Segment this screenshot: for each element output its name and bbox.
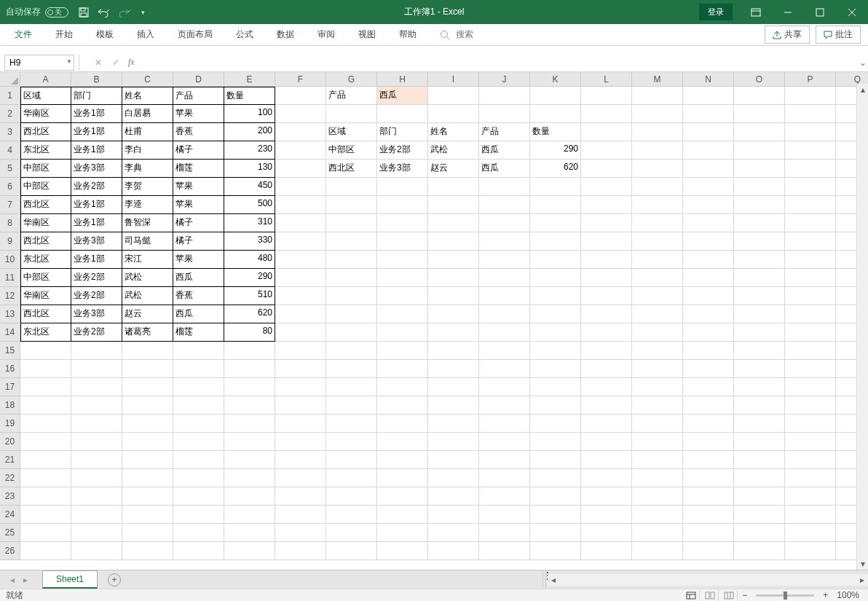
row-header-1[interactable]: 1	[0, 87, 20, 105]
ribbon-tab-帮助[interactable]: 帮助	[398, 24, 418, 45]
undo-button[interactable]	[98, 7, 111, 17]
cell-M26[interactable]	[632, 542, 683, 560]
cell-E23[interactable]	[224, 487, 275, 506]
row-header-18[interactable]: 18	[0, 396, 20, 415]
cell-K1[interactable]	[530, 87, 581, 105]
cell-A21[interactable]	[20, 451, 71, 469]
cell-J24[interactable]	[479, 506, 530, 524]
cell-I22[interactable]	[428, 469, 479, 487]
cell-O14[interactable]	[734, 323, 785, 342]
zoom-slider[interactable]	[756, 594, 814, 597]
cell-H19[interactable]	[377, 415, 428, 433]
cell-F18[interactable]	[275, 396, 326, 415]
scroll-down-icon[interactable]: ▾	[857, 558, 868, 570]
cell-M21[interactable]	[632, 451, 683, 469]
cell-M24[interactable]	[632, 506, 683, 524]
cell-G21[interactable]	[326, 451, 377, 469]
cell-O26[interactable]	[734, 542, 785, 560]
cell-H6[interactable]	[377, 178, 428, 196]
column-header-P[interactable]: P	[785, 72, 836, 87]
cell-I19[interactable]	[428, 415, 479, 433]
cell-O21[interactable]	[734, 451, 785, 469]
fx-icon[interactable]: fx	[128, 57, 135, 68]
cell-I7[interactable]	[428, 196, 479, 214]
cell-C15[interactable]	[122, 342, 173, 360]
cell-C25[interactable]	[122, 524, 173, 542]
cell-E1[interactable]: 数量	[224, 87, 275, 105]
cell-F5[interactable]	[275, 160, 326, 178]
cell-O10[interactable]	[734, 251, 785, 269]
cell-K5[interactable]: 620	[530, 160, 581, 178]
cell-B4[interactable]: 业务1部	[71, 141, 122, 160]
cell-N5[interactable]	[683, 160, 734, 178]
cell-B24[interactable]	[71, 506, 122, 524]
cell-M9[interactable]	[632, 232, 683, 251]
cell-N13[interactable]	[683, 305, 734, 323]
cell-C3[interactable]: 杜甫	[122, 123, 173, 141]
cell-B20[interactable]	[71, 433, 122, 451]
cell-E8[interactable]: 310	[224, 214, 275, 232]
cell-L8[interactable]	[581, 214, 632, 232]
cell-B14[interactable]: 业务2部	[71, 323, 122, 342]
row-header-13[interactable]: 13	[0, 305, 20, 323]
cell-E22[interactable]	[224, 469, 275, 487]
cell-B5[interactable]: 业务3部	[71, 160, 122, 178]
cell-D25[interactable]	[173, 524, 224, 542]
cell-N8[interactable]	[683, 214, 734, 232]
cell-K24[interactable]	[530, 506, 581, 524]
cell-J20[interactable]	[479, 433, 530, 451]
cell-P20[interactable]	[785, 433, 836, 451]
cell-B12[interactable]: 业务2部	[71, 287, 122, 305]
cell-L14[interactable]	[581, 323, 632, 342]
cell-F25[interactable]	[275, 524, 326, 542]
cell-A11[interactable]: 中部区	[20, 269, 71, 287]
cell-K18[interactable]	[530, 396, 581, 415]
cell-B17[interactable]	[71, 378, 122, 396]
cell-G17[interactable]	[326, 378, 377, 396]
row-header-4[interactable]: 4	[0, 141, 20, 160]
cell-N26[interactable]	[683, 542, 734, 560]
cell-E12[interactable]: 510	[224, 287, 275, 305]
cell-J16[interactable]	[479, 360, 530, 378]
next-sheet-icon[interactable]: ▸	[23, 575, 28, 585]
cell-H12[interactable]	[377, 287, 428, 305]
cell-C20[interactable]	[122, 433, 173, 451]
redo-button[interactable]	[119, 7, 133, 17]
cell-B21[interactable]	[71, 451, 122, 469]
cell-J8[interactable]	[479, 214, 530, 232]
cell-M7[interactable]	[632, 196, 683, 214]
cell-O15[interactable]	[734, 342, 785, 360]
cell-J23[interactable]	[479, 487, 530, 506]
expand-formula-icon[interactable]: ⌄	[858, 58, 868, 68]
cell-K10[interactable]	[530, 251, 581, 269]
cell-G16[interactable]	[326, 360, 377, 378]
ribbon-tab-视图[interactable]: 视图	[357, 24, 377, 45]
cell-F1[interactable]	[275, 87, 326, 105]
cell-K15[interactable]	[530, 342, 581, 360]
cell-A5[interactable]: 中部区	[20, 160, 71, 178]
cell-G24[interactable]	[326, 506, 377, 524]
formula-input[interactable]	[139, 55, 858, 71]
column-header-J[interactable]: J	[479, 72, 530, 87]
ribbon-tab-页面布局[interactable]: 页面布局	[176, 24, 214, 45]
cell-G18[interactable]	[326, 396, 377, 415]
cell-P6[interactable]	[785, 178, 836, 196]
cell-N7[interactable]	[683, 196, 734, 214]
column-header-D[interactable]: D	[173, 72, 224, 87]
cell-A7[interactable]: 西北区	[20, 196, 71, 214]
cell-G25[interactable]	[326, 524, 377, 542]
cell-D6[interactable]: 苹果	[173, 178, 224, 196]
ribbon-tab-模板[interactable]: 模板	[95, 24, 115, 45]
cell-A4[interactable]: 东北区	[20, 141, 71, 160]
cell-L13[interactable]	[581, 305, 632, 323]
cell-E9[interactable]: 330	[224, 232, 275, 251]
cell-K26[interactable]	[530, 542, 581, 560]
chevron-down-icon[interactable]: ▼	[66, 58, 72, 65]
cell-F10[interactable]	[275, 251, 326, 269]
cell-D12[interactable]: 香蕉	[173, 287, 224, 305]
cell-J2[interactable]	[479, 105, 530, 123]
cell-A25[interactable]	[20, 524, 71, 542]
cell-K16[interactable]	[530, 360, 581, 378]
cell-K3[interactable]: 数量	[530, 123, 581, 141]
cell-A23[interactable]	[20, 487, 71, 506]
